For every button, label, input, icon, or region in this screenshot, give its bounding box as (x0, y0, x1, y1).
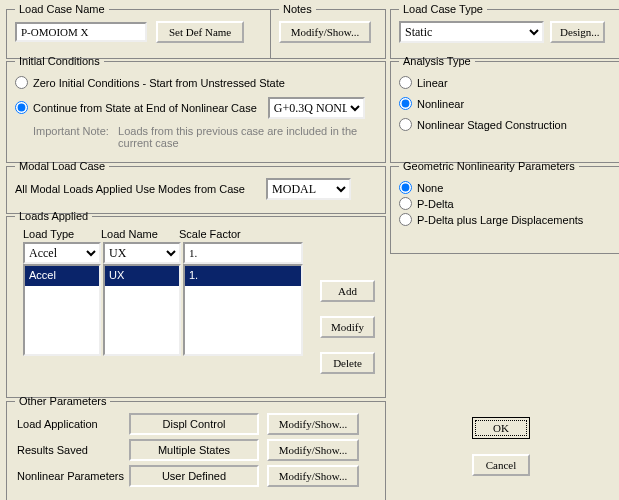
list-item: 1. (185, 266, 301, 286)
modal-load-case-group: Modal Load Case All Modal Loads Applied … (6, 160, 386, 214)
analysis-type-group: Analysis Type Linear Nonlinear Nonlinear… (390, 55, 619, 163)
scale-factor-list[interactable]: 1. (183, 264, 303, 356)
list-item: Accel (25, 266, 99, 286)
initial-conditions-group: Initial Conditions Zero Initial Conditio… (6, 55, 386, 163)
design-button[interactable]: Design... (550, 21, 605, 43)
gnp-legend: Geometric Nonlinearity Parameters (399, 160, 579, 172)
set-def-name-button[interactable]: Set Def Name (156, 21, 244, 43)
gnp-group: Geometric Nonlinearity Parameters None P… (390, 160, 619, 254)
ic-legend: Initial Conditions (15, 55, 104, 67)
op-ms1-button[interactable]: Modify/Show... (267, 413, 359, 435)
op-legend: Other Parameters (15, 395, 110, 407)
cancel-button[interactable]: Cancel (472, 454, 530, 476)
op-v1: Displ Control (129, 413, 259, 435)
lct-legend: Load Case Type (399, 3, 487, 15)
load-name-select[interactable]: UX (103, 242, 181, 264)
la-h2: Load Name (101, 228, 179, 240)
modify-button[interactable]: Modify (320, 316, 375, 338)
load-case-type-group: Load Case Type Static Design... (390, 3, 619, 59)
loads-applied-group: Loads Applied Load Type Load Name Scale … (6, 210, 386, 398)
ic-prevcase-select[interactable]: G+0.3Q NONL (268, 97, 365, 119)
at-linear-radio[interactable]: Linear (399, 77, 448, 89)
ok-button[interactable]: OK (472, 417, 530, 439)
op-l1: Load Application (17, 418, 129, 430)
ic-zero-radio[interactable]: Zero Initial Conditions - Start from Uns… (15, 77, 285, 89)
op-ms2-button[interactable]: Modify/Show... (267, 439, 359, 461)
op-v3: User Defined (129, 465, 259, 487)
mlc-select[interactable]: MODAL (266, 178, 351, 200)
la-h1: Load Type (23, 228, 101, 240)
list-item: UX (105, 266, 179, 286)
load-type-list[interactable]: Accel (23, 264, 101, 356)
notes-group: Notes Modify/Show... (270, 3, 386, 59)
op-ms3-button[interactable]: Modify/Show... (267, 465, 359, 487)
at-legend: Analysis Type (399, 55, 475, 67)
add-button[interactable]: Add (320, 280, 375, 302)
other-params-group: Other Parameters Load Application Displ … (6, 395, 386, 500)
load-type-select[interactable]: Accel (23, 242, 101, 264)
load-case-name-input[interactable] (15, 22, 147, 42)
load-case-name-group: Load Case Name Set Def Name (6, 3, 271, 59)
lcn-legend: Load Case Name (15, 3, 109, 15)
mlc-label: All Modal Loads Applied Use Modes from C… (15, 183, 263, 195)
ic-note-label: Important Note: (33, 125, 115, 137)
op-v2: Multiple States (129, 439, 259, 461)
scale-factor-input[interactable] (183, 242, 303, 264)
op-l3: Nonlinear Parameters (17, 470, 129, 482)
op-l2: Results Saved (17, 444, 129, 456)
notes-legend: Notes (279, 3, 316, 15)
delete-button[interactable]: Delete (320, 352, 375, 374)
at-staged-radio[interactable]: Nonlinear Staged Construction (399, 119, 567, 131)
mlc-legend: Modal Load Case (15, 160, 109, 172)
ic-note-text: Loads from this previous case are includ… (118, 125, 368, 149)
la-h3: Scale Factor (179, 228, 269, 240)
gnp-large-radio[interactable]: P-Delta plus Large Displacements (399, 214, 583, 226)
gnp-none-radio[interactable]: None (399, 182, 443, 194)
ic-continue-radio[interactable]: Continue from State at End of Nonlinear … (15, 102, 257, 114)
load-case-type-select[interactable]: Static (399, 21, 544, 43)
at-nonlinear-radio[interactable]: Nonlinear (399, 98, 464, 110)
load-name-list[interactable]: UX (103, 264, 181, 356)
la-legend: Loads Applied (15, 210, 92, 222)
notes-modify-button[interactable]: Modify/Show... (279, 21, 371, 43)
gnp-pdelta-radio[interactable]: P-Delta (399, 198, 454, 210)
